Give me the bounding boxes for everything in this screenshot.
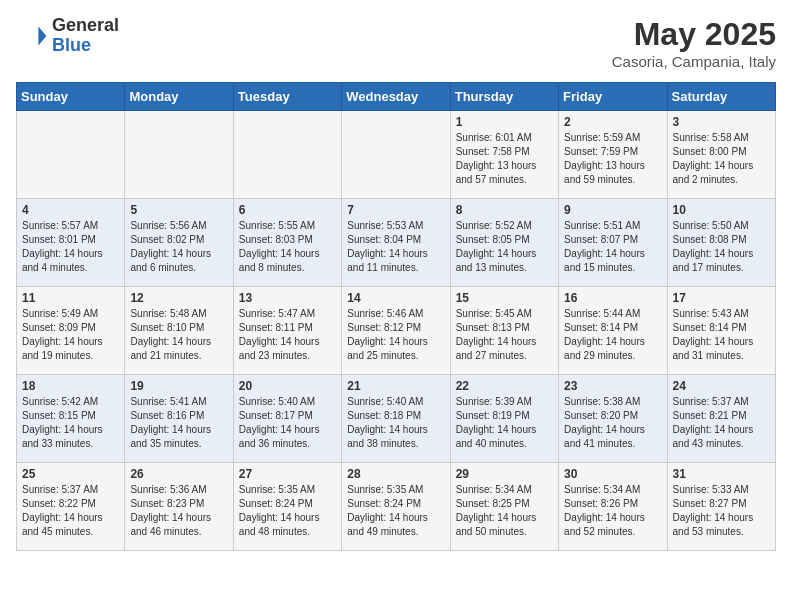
calendar-cell: 2Sunrise: 5:59 AM Sunset: 7:59 PM Daylig… (559, 111, 667, 199)
calendar-cell: 9Sunrise: 5:51 AM Sunset: 8:07 PM Daylig… (559, 199, 667, 287)
day-info: Sunrise: 5:53 AM Sunset: 8:04 PM Dayligh… (347, 219, 444, 275)
day-number: 1 (456, 115, 553, 129)
day-info: Sunrise: 5:56 AM Sunset: 8:02 PM Dayligh… (130, 219, 227, 275)
calendar-cell: 6Sunrise: 5:55 AM Sunset: 8:03 PM Daylig… (233, 199, 341, 287)
calendar-cell: 1Sunrise: 6:01 AM Sunset: 7:58 PM Daylig… (450, 111, 558, 199)
day-number: 4 (22, 203, 119, 217)
calendar-cell (342, 111, 450, 199)
day-info: Sunrise: 5:34 AM Sunset: 8:25 PM Dayligh… (456, 483, 553, 539)
calendar-cell: 13Sunrise: 5:47 AM Sunset: 8:11 PM Dayli… (233, 287, 341, 375)
day-number: 5 (130, 203, 227, 217)
weekday-tuesday: Tuesday (233, 83, 341, 111)
day-number: 8 (456, 203, 553, 217)
logo-text: General Blue (52, 16, 119, 56)
day-info: Sunrise: 5:35 AM Sunset: 8:24 PM Dayligh… (239, 483, 336, 539)
day-number: 9 (564, 203, 661, 217)
day-info: Sunrise: 5:37 AM Sunset: 8:22 PM Dayligh… (22, 483, 119, 539)
day-info: Sunrise: 5:33 AM Sunset: 8:27 PM Dayligh… (673, 483, 770, 539)
day-info: Sunrise: 5:40 AM Sunset: 8:17 PM Dayligh… (239, 395, 336, 451)
weekday-saturday: Saturday (667, 83, 775, 111)
day-info: Sunrise: 5:45 AM Sunset: 8:13 PM Dayligh… (456, 307, 553, 363)
calendar-cell: 25Sunrise: 5:37 AM Sunset: 8:22 PM Dayli… (17, 463, 125, 551)
weekday-monday: Monday (125, 83, 233, 111)
calendar-cell: 10Sunrise: 5:50 AM Sunset: 8:08 PM Dayli… (667, 199, 775, 287)
calendar-cell: 17Sunrise: 5:43 AM Sunset: 8:14 PM Dayli… (667, 287, 775, 375)
day-info: Sunrise: 5:49 AM Sunset: 8:09 PM Dayligh… (22, 307, 119, 363)
day-number: 3 (673, 115, 770, 129)
day-info: Sunrise: 5:36 AM Sunset: 8:23 PM Dayligh… (130, 483, 227, 539)
weekday-sunday: Sunday (17, 83, 125, 111)
day-info: Sunrise: 5:37 AM Sunset: 8:21 PM Dayligh… (673, 395, 770, 451)
title-block: May 2025 Casoria, Campania, Italy (612, 16, 776, 70)
day-info: Sunrise: 5:59 AM Sunset: 7:59 PM Dayligh… (564, 131, 661, 187)
day-info: Sunrise: 5:35 AM Sunset: 8:24 PM Dayligh… (347, 483, 444, 539)
calendar-cell: 27Sunrise: 5:35 AM Sunset: 8:24 PM Dayli… (233, 463, 341, 551)
day-info: Sunrise: 6:01 AM Sunset: 7:58 PM Dayligh… (456, 131, 553, 187)
day-info: Sunrise: 5:50 AM Sunset: 8:08 PM Dayligh… (673, 219, 770, 275)
calendar-cell: 19Sunrise: 5:41 AM Sunset: 8:16 PM Dayli… (125, 375, 233, 463)
day-number: 6 (239, 203, 336, 217)
day-info: Sunrise: 5:40 AM Sunset: 8:18 PM Dayligh… (347, 395, 444, 451)
day-info: Sunrise: 5:34 AM Sunset: 8:26 PM Dayligh… (564, 483, 661, 539)
day-number: 19 (130, 379, 227, 393)
weekday-friday: Friday (559, 83, 667, 111)
week-row-3: 11Sunrise: 5:49 AM Sunset: 8:09 PM Dayli… (17, 287, 776, 375)
calendar-cell (17, 111, 125, 199)
calendar-cell: 23Sunrise: 5:38 AM Sunset: 8:20 PM Dayli… (559, 375, 667, 463)
calendar-table: SundayMondayTuesdayWednesdayThursdayFrid… (16, 82, 776, 551)
day-info: Sunrise: 5:46 AM Sunset: 8:12 PM Dayligh… (347, 307, 444, 363)
week-row-5: 25Sunrise: 5:37 AM Sunset: 8:22 PM Dayli… (17, 463, 776, 551)
day-number: 15 (456, 291, 553, 305)
week-row-1: 1Sunrise: 6:01 AM Sunset: 7:58 PM Daylig… (17, 111, 776, 199)
calendar-cell: 22Sunrise: 5:39 AM Sunset: 8:19 PM Dayli… (450, 375, 558, 463)
logo-blue: Blue (52, 36, 119, 56)
day-info: Sunrise: 5:55 AM Sunset: 8:03 PM Dayligh… (239, 219, 336, 275)
day-number: 25 (22, 467, 119, 481)
calendar-cell: 7Sunrise: 5:53 AM Sunset: 8:04 PM Daylig… (342, 199, 450, 287)
location: Casoria, Campania, Italy (612, 53, 776, 70)
calendar-cell: 5Sunrise: 5:56 AM Sunset: 8:02 PM Daylig… (125, 199, 233, 287)
calendar-cell (233, 111, 341, 199)
day-info: Sunrise: 5:51 AM Sunset: 8:07 PM Dayligh… (564, 219, 661, 275)
day-info: Sunrise: 5:41 AM Sunset: 8:16 PM Dayligh… (130, 395, 227, 451)
day-number: 7 (347, 203, 444, 217)
day-number: 27 (239, 467, 336, 481)
calendar-cell: 21Sunrise: 5:40 AM Sunset: 8:18 PM Dayli… (342, 375, 450, 463)
page-header: General Blue May 2025 Casoria, Campania,… (16, 16, 776, 70)
calendar-cell: 18Sunrise: 5:42 AM Sunset: 8:15 PM Dayli… (17, 375, 125, 463)
logo-general: General (52, 16, 119, 36)
calendar-cell: 12Sunrise: 5:48 AM Sunset: 8:10 PM Dayli… (125, 287, 233, 375)
day-number: 22 (456, 379, 553, 393)
day-info: Sunrise: 5:39 AM Sunset: 8:19 PM Dayligh… (456, 395, 553, 451)
calendar-cell: 15Sunrise: 5:45 AM Sunset: 8:13 PM Dayli… (450, 287, 558, 375)
day-number: 11 (22, 291, 119, 305)
day-info: Sunrise: 5:38 AM Sunset: 8:20 PM Dayligh… (564, 395, 661, 451)
day-number: 13 (239, 291, 336, 305)
calendar-cell: 24Sunrise: 5:37 AM Sunset: 8:21 PM Dayli… (667, 375, 775, 463)
day-info: Sunrise: 5:43 AM Sunset: 8:14 PM Dayligh… (673, 307, 770, 363)
calendar-cell: 3Sunrise: 5:58 AM Sunset: 8:00 PM Daylig… (667, 111, 775, 199)
day-number: 16 (564, 291, 661, 305)
day-number: 12 (130, 291, 227, 305)
calendar-cell: 30Sunrise: 5:34 AM Sunset: 8:26 PM Dayli… (559, 463, 667, 551)
weekday-wednesday: Wednesday (342, 83, 450, 111)
week-row-2: 4Sunrise: 5:57 AM Sunset: 8:01 PM Daylig… (17, 199, 776, 287)
logo-icon (16, 20, 48, 52)
calendar-cell: 29Sunrise: 5:34 AM Sunset: 8:25 PM Dayli… (450, 463, 558, 551)
calendar-cell: 20Sunrise: 5:40 AM Sunset: 8:17 PM Dayli… (233, 375, 341, 463)
day-info: Sunrise: 5:58 AM Sunset: 8:00 PM Dayligh… (673, 131, 770, 187)
logo: General Blue (16, 16, 119, 56)
calendar-cell: 31Sunrise: 5:33 AM Sunset: 8:27 PM Dayli… (667, 463, 775, 551)
day-number: 14 (347, 291, 444, 305)
day-number: 29 (456, 467, 553, 481)
day-info: Sunrise: 5:42 AM Sunset: 8:15 PM Dayligh… (22, 395, 119, 451)
day-info: Sunrise: 5:47 AM Sunset: 8:11 PM Dayligh… (239, 307, 336, 363)
day-info: Sunrise: 5:44 AM Sunset: 8:14 PM Dayligh… (564, 307, 661, 363)
calendar-cell: 8Sunrise: 5:52 AM Sunset: 8:05 PM Daylig… (450, 199, 558, 287)
month-title: May 2025 (612, 16, 776, 53)
day-number: 31 (673, 467, 770, 481)
calendar-cell: 4Sunrise: 5:57 AM Sunset: 8:01 PM Daylig… (17, 199, 125, 287)
day-number: 20 (239, 379, 336, 393)
calendar-cell: 16Sunrise: 5:44 AM Sunset: 8:14 PM Dayli… (559, 287, 667, 375)
day-number: 30 (564, 467, 661, 481)
